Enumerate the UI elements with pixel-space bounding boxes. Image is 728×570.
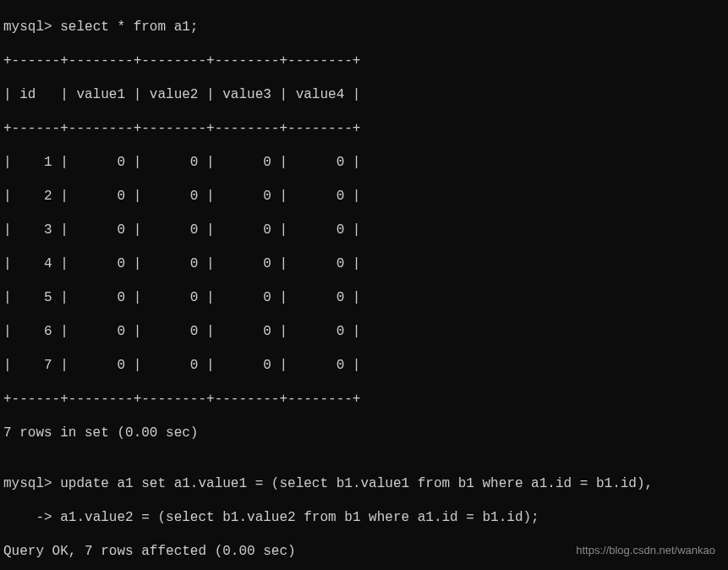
prompt-line[interactable]: mysql> update a1 set a1.value1 = (select…	[3, 475, 725, 492]
mysql-prompt: mysql>	[3, 19, 52, 35]
terminal-output: mysql> select * from a1; +------+-------…	[0, 0, 728, 570]
table-row: | 1 | 0 | 0 | 0 | 0 |	[3, 154, 725, 171]
query-text: select * from a1;	[60, 19, 198, 35]
prompt-line[interactable]: mysql> select * from a1;	[3, 19, 725, 36]
table-border: +------+--------+--------+--------+-----…	[3, 391, 725, 408]
mysql-prompt: mysql>	[3, 476, 52, 491]
table-row: | 6 | 0 | 0 | 0 | 0 |	[3, 323, 725, 340]
table-header: | id | value1 | value2 | value3 | value4…	[3, 86, 725, 103]
table-row: | 7 | 0 | 0 | 0 | 0 |	[3, 357, 725, 374]
result-text: 7 rows in set (0.00 sec)	[3, 425, 725, 441]
table-border: +------+--------+--------+--------+-----…	[3, 120, 725, 137]
table-row: | 3 | 0 | 0 | 0 | 0 |	[3, 222, 725, 238]
continuation-prompt: ->	[3, 510, 52, 525]
query-text: update a1 set a1.value1 = (select b1.val…	[60, 476, 653, 491]
table-row: | 2 | 0 | 0 | 0 | 0 |	[3, 188, 725, 205]
continuation-line[interactable]: -> a1.value2 = (select b1.value2 from b1…	[3, 509, 725, 526]
table-row: | 5 | 0 | 0 | 0 | 0 |	[3, 289, 725, 306]
query-text: a1.value2 = (select b1.value2 from b1 wh…	[60, 510, 539, 525]
watermark-text: https://blog.csdn.net/wankao	[576, 544, 715, 557]
table-row: | 4 | 0 | 0 | 0 | 0 |	[3, 255, 725, 272]
table-border: +------+--------+--------+--------+-----…	[3, 52, 725, 69]
